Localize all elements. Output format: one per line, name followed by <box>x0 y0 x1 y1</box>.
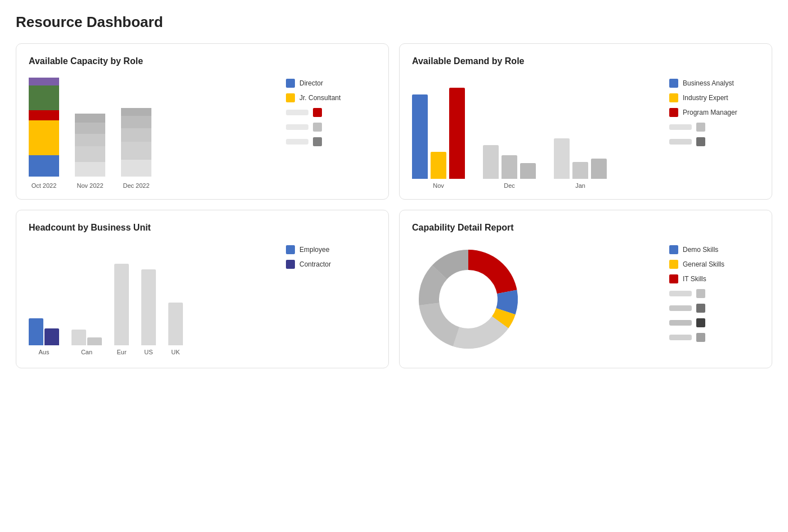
demand-bar <box>431 152 446 179</box>
employee-bar <box>114 264 129 345</box>
capability-legend-it: IT Skills <box>669 274 759 283</box>
bu-label: UK <box>171 349 180 355</box>
bu-label: Aus <box>39 349 50 355</box>
bar-segment <box>121 108 151 116</box>
contractor-swatch <box>286 260 295 269</box>
bar-segment <box>29 120 59 155</box>
demand-redact-1 <box>669 124 692 130</box>
bar-label: Nov 2022 <box>77 182 103 189</box>
demand-redact-2 <box>669 139 692 145</box>
jr-consultant-label: Jr. Consultant <box>299 94 341 102</box>
capacity-legend-r1 <box>286 108 376 117</box>
demand-bar <box>554 138 570 179</box>
stacked-bar <box>75 114 105 177</box>
capability-legend-demo: Demo Skills <box>669 245 759 254</box>
headcount-title: Headcount by Business Unit <box>29 223 376 233</box>
headcount-bar-group: US <box>141 269 156 355</box>
director-swatch <box>286 79 295 88</box>
headcount-card: Headcount by Business Unit AusCanEurUSUK… <box>16 210 389 368</box>
stacked-bar <box>121 108 151 177</box>
bar-segment <box>29 110 59 120</box>
capability-legend-r1 <box>669 289 759 298</box>
employee-bar <box>141 269 156 345</box>
capability-legend-r2 <box>669 304 759 313</box>
bar-segment <box>75 114 105 123</box>
cap-redact-2 <box>669 305 692 311</box>
demand-bar <box>502 155 517 179</box>
grouped-bars-row <box>29 318 59 345</box>
grouped-bars-row <box>71 330 102 345</box>
general-skills-label: General Skills <box>683 260 724 268</box>
employee-swatch <box>286 245 295 254</box>
redact-line-2 <box>286 124 308 130</box>
headcount-bar-group: Can <box>71 330 102 355</box>
employee-label: Employee <box>299 246 329 254</box>
dashboard-grid: Available Capacity by Role Oct 2022Nov 2… <box>16 43 772 368</box>
contractor-bar <box>87 337 102 345</box>
capacity-legend-jr-consultant: Jr. Consultant <box>286 93 376 102</box>
bu-label: US <box>144 349 153 355</box>
cap-redact-swatch-2 <box>696 304 705 313</box>
demand-month-group: Jan <box>554 138 607 189</box>
demand-bars-row <box>483 145 536 179</box>
page-title: Resource Dashboard <box>16 13 772 31</box>
bar-segment <box>29 155 59 177</box>
bar-segment <box>29 78 59 85</box>
it-skills-label: IT Skills <box>683 275 706 283</box>
demand-redact-swatch-1 <box>696 123 705 132</box>
contractor-label: Contractor <box>299 260 331 268</box>
capability-chart-area: Demo Skills General Skills IT Skills <box>412 243 759 358</box>
employee-bar <box>71 330 86 345</box>
capacity-bars: Oct 2022Nov 2022Dec 2022 <box>29 76 275 189</box>
demand-bar <box>572 162 588 179</box>
capability-title: Capability Detail Report <box>412 223 759 233</box>
bar-segment <box>75 134 105 146</box>
bar-segment <box>29 85 59 110</box>
jr-consultant-swatch <box>286 93 295 102</box>
headcount-bar-group: Eur <box>114 264 129 355</box>
ie-label: Industry Expert <box>683 94 728 102</box>
employee-bar <box>168 303 183 345</box>
month-label: Dec <box>504 182 515 189</box>
general-skills-swatch <box>669 260 678 269</box>
demand-legend-ie: Industry Expert <box>669 93 759 102</box>
capacity-chart-area: Oct 2022Nov 2022Dec 2022 Director Jr. Co… <box>29 76 376 189</box>
capacity-bar-group: Nov 2022 <box>75 114 105 189</box>
month-label: Nov <box>433 182 444 189</box>
demand-redact-swatch-2 <box>696 137 705 146</box>
headcount-bar-group: UK <box>168 303 183 355</box>
demand-month-group: Nov <box>412 88 465 189</box>
bar-label: Dec 2022 <box>123 182 149 189</box>
headcount-legend: Employee Contractor <box>286 243 376 269</box>
demand-bars: NovDecJan <box>412 76 658 189</box>
demand-bar <box>520 163 536 179</box>
redact-swatch-2 <box>313 123 322 132</box>
demand-card: Available Demand by Role NovDecJan Busin… <box>399 43 772 200</box>
grouped-bars-row <box>168 303 183 345</box>
headcount-legend-contractor: Contractor <box>286 260 376 269</box>
cap-redact-swatch-1 <box>696 289 705 298</box>
demand-bar <box>449 88 465 179</box>
redact-line-3 <box>286 139 308 145</box>
grouped-bars-row <box>114 264 129 345</box>
capability-legend-r3 <box>669 318 759 327</box>
demand-bar <box>483 145 499 179</box>
redact-swatch-1 <box>313 108 322 117</box>
headcount-chart-area: AusCanEurUSUK Employee Contractor <box>29 243 376 355</box>
headcount-bars: AusCanEurUSUK <box>29 243 275 355</box>
capability-legend: Demo Skills General Skills IT Skills <box>669 243 759 342</box>
pm-swatch <box>669 108 678 117</box>
demo-skills-swatch <box>669 245 678 254</box>
svg-point-1 <box>439 270 498 328</box>
bar-label: Oct 2022 <box>32 182 57 189</box>
employee-bar <box>29 318 43 345</box>
redact-swatch-3 <box>313 137 322 146</box>
capability-card: Capability Detail Report Demo Skills Gen… <box>399 210 772 368</box>
capability-legend-r4 <box>669 333 759 342</box>
cap-redact-swatch-3 <box>696 318 705 327</box>
capability-legend-general: General Skills <box>669 260 759 269</box>
grouped-bars-row <box>141 269 156 345</box>
capacity-legend: Director Jr. Consultant <box>286 76 376 146</box>
director-label: Director <box>299 79 323 87</box>
bar-segment <box>121 160 151 177</box>
